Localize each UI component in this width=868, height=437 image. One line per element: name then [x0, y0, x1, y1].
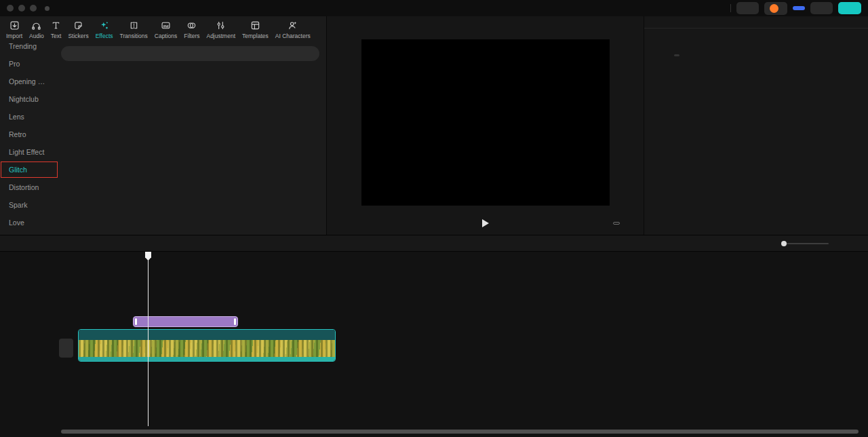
select-tool-button[interactable]	[8, 239, 24, 248]
toolbar-item-captions[interactable]: Captions	[151, 19, 181, 41]
keyboard-icon	[742, 4, 750, 12]
save-indicator-icon	[45, 6, 50, 11]
main-area: ImportAudioTextStickersEffectsTransition…	[0, 16, 868, 235]
video-clip[interactable]	[78, 329, 336, 362]
lock-track-icon[interactable]	[21, 318, 28, 325]
effects-search-input[interactable]	[79, 50, 313, 58]
templates-icon	[250, 20, 260, 31]
collapse-caret-icon[interactable]	[656, 37, 663, 43]
player-controls	[327, 212, 644, 235]
close-window-button[interactable]	[7, 5, 14, 12]
track-tool-2-icon[interactable]	[700, 238, 710, 248]
ratio-button[interactable]	[613, 222, 620, 225]
video-preview[interactable]	[361, 39, 610, 206]
player-viewport	[327, 33, 644, 212]
lock-track-icon[interactable]	[21, 342, 28, 349]
play-button[interactable]	[482, 219, 489, 227]
sidebar-item-retro[interactable]: Retro	[0, 126, 58, 143]
sidebar-item-nightclub[interactable]: Nightclub	[0, 90, 58, 108]
mute-track-icon[interactable]	[47, 342, 54, 349]
delete-button[interactable]	[129, 239, 138, 248]
split-button[interactable]	[76, 239, 85, 248]
cover-button[interactable]	[59, 339, 73, 358]
timeline-ruler[interactable]	[0, 252, 868, 261]
toolbar-item-effects[interactable]: Effects	[92, 19, 117, 41]
track-tool-3-icon[interactable]	[717, 238, 728, 248]
sidebar-item-love[interactable]: Love	[0, 214, 58, 231]
autosave-status	[45, 6, 53, 11]
sidebar-item-glitch[interactable]: Glitch	[0, 161, 58, 178]
zoom-out-icon[interactable]	[769, 240, 776, 247]
track-tool-4-icon[interactable]	[735, 238, 745, 248]
reset-icon[interactable]	[833, 36, 842, 44]
delete-left-button[interactable]	[94, 239, 102, 248]
zoom-window-button[interactable]	[30, 5, 37, 12]
toolbar-item-text[interactable]: Text	[47, 19, 65, 41]
sidebar-item-pro[interactable]: Pro	[0, 55, 58, 73]
zoom-fit-icon[interactable]	[851, 239, 860, 248]
toolbar-item-templates[interactable]: Templates	[239, 19, 272, 41]
share-button[interactable]	[810, 2, 833, 14]
tab-special-effects[interactable]	[644, 16, 868, 28]
toolbar-item-ai-characters[interactable]: AI Characters	[272, 19, 314, 41]
effect-track-icon	[8, 318, 16, 325]
toolbar-item-stickers[interactable]: Stickers	[64, 19, 92, 41]
search-icon	[68, 50, 75, 58]
window-controls	[7, 5, 37, 12]
join-pro-button[interactable]	[793, 6, 805, 10]
panel-layout-icon[interactable]	[704, 3, 714, 14]
toolbar-item-label: Audio	[29, 33, 44, 39]
effects-browser	[58, 42, 326, 235]
toolbar-item-label: Adjustment	[206, 33, 235, 39]
toolbar-item-label: Effects	[96, 33, 113, 39]
zoom-in-icon[interactable]	[836, 240, 844, 247]
timeline-scrollbar[interactable]	[61, 430, 859, 434]
export-button[interactable]	[838, 2, 861, 14]
layout-caret-icon[interactable]	[719, 5, 725, 11]
frame-view-toggle-icon[interactable]	[347, 219, 355, 227]
keyframe-icon[interactable]	[850, 36, 859, 44]
toolbar-item-transitions[interactable]: Transitions	[117, 19, 151, 41]
playhead[interactable]	[148, 252, 149, 426]
sidebar-item-spark[interactable]: Spark	[0, 196, 58, 214]
sidebar-item-distortion[interactable]: Distortion	[0, 178, 58, 196]
video-track-controls	[8, 342, 54, 349]
toolbar-item-adjustment[interactable]: Adjustment	[203, 19, 239, 41]
redo-button[interactable]	[50, 239, 59, 248]
titlebar	[0, 0, 868, 16]
sidebar-item-lens[interactable]: Lens	[0, 108, 58, 126]
ai-characters-icon	[288, 20, 298, 31]
timeline-toolbar	[0, 235, 868, 252]
undo-button[interactable]	[33, 239, 41, 248]
toolbar-item-label: Filters	[184, 33, 199, 39]
effect-clip[interactable]	[133, 316, 238, 327]
player-menu-icon[interactable]	[627, 21, 635, 30]
captions-icon	[161, 20, 171, 31]
timeline-zoom-slider[interactable]	[784, 243, 829, 244]
snapshot-icon[interactable]	[598, 219, 607, 228]
toggle-track-visibility-icon[interactable]	[34, 318, 41, 325]
toolbar-item-import[interactable]: Import	[3, 19, 26, 41]
fullscreen-icon[interactable]	[626, 219, 635, 228]
mouse-mode-icon[interactable]	[753, 239, 762, 248]
search-bar[interactable]	[61, 46, 319, 61]
delete-right-button[interactable]	[111, 239, 120, 248]
toolbar-item-label: Templates	[242, 33, 269, 39]
shortcuts-button[interactable]	[736, 2, 759, 14]
sidebar-item-opening[interactable]: Opening & ...	[0, 73, 58, 90]
toolbar-item-filters[interactable]: Filters	[180, 19, 203, 41]
track-tool-1-icon[interactable]	[682, 238, 692, 248]
toggle-track-visibility-icon[interactable]	[34, 342, 41, 349]
toolbar-item-audio[interactable]: Audio	[26, 19, 47, 41]
record-voiceover-icon[interactable]	[658, 239, 667, 248]
zoom-slider-knob[interactable]	[781, 241, 787, 246]
filters-icon	[186, 20, 197, 31]
sidebar-item-light-effect[interactable]: Light Effect	[0, 143, 58, 161]
timeline	[0, 252, 868, 437]
toolbar-item-label: AI Characters	[275, 33, 311, 39]
toolbar-item-label: Captions	[155, 33, 178, 39]
credits-badge[interactable]	[764, 2, 787, 15]
sidebar-item-trending[interactable]: Trending	[0, 42, 58, 55]
minimize-window-button[interactable]	[18, 5, 25, 12]
divider	[730, 4, 731, 12]
